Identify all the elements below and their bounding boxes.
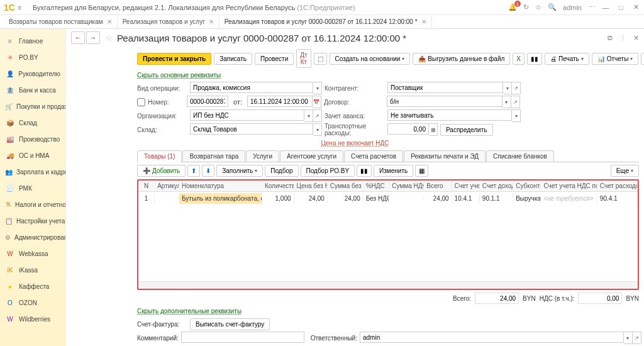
- structure-button[interactable]: ⬚: [314, 53, 327, 65]
- resp-field[interactable]: [360, 332, 624, 343]
- column-header[interactable]: Номенклатура: [179, 181, 262, 191]
- vid-op-field[interactable]: [190, 82, 313, 93]
- org-open[interactable]: ↗: [313, 109, 322, 122]
- sklad-field[interactable]: [190, 123, 313, 135]
- move-up-button[interactable]: ⬆: [187, 165, 200, 177]
- detail-tab[interactable]: Услуги: [246, 150, 279, 162]
- sidebar-item[interactable]: 🧾РМК: [0, 180, 65, 196]
- sidebar-item[interactable]: ✳PO.BY: [0, 49, 65, 65]
- change-button[interactable]: Изменить: [374, 165, 413, 177]
- reports-button[interactable]: 📊 Отчеты▾: [592, 53, 639, 65]
- table-extra-button[interactable]: ▦: [415, 165, 428, 177]
- write-button[interactable]: Записать: [214, 53, 252, 65]
- table-row[interactable]: 1Бутыль из поликарбоната, емкость 18,9л1…: [138, 192, 638, 204]
- sidebar-item[interactable]: OOZON: [0, 294, 65, 311]
- dogovor-dropdown[interactable]: ▾: [502, 96, 511, 108]
- post-and-close-button[interactable]: Провести и закрыть: [137, 53, 211, 65]
- column-header[interactable]: Количество: [262, 181, 294, 191]
- sidebar-item[interactable]: WWebkassa: [0, 245, 65, 262]
- barcode2-button[interactable]: ▮▮: [357, 165, 372, 177]
- column-header[interactable]: Сумма без НДС: [328, 181, 364, 191]
- sidebar-item[interactable]: 🚚ОС и НМА: [0, 147, 65, 164]
- comment-field[interactable]: [181, 332, 304, 343]
- org-field[interactable]: [190, 109, 304, 121]
- sidebar-item[interactable]: 👥Зарплата и кадры: [0, 164, 65, 180]
- date-field[interactable]: [247, 96, 313, 107]
- trans-calc[interactable]: ▦: [429, 123, 438, 136]
- sklad-dropdown[interactable]: ▾: [313, 123, 322, 136]
- main-menu-icon[interactable]: ≡: [18, 4, 28, 11]
- back-button[interactable]: ←: [71, 31, 85, 44]
- user-label[interactable]: admin: [563, 4, 582, 11]
- sidebar-item[interactable]: 📋Настройки учета: [0, 213, 65, 229]
- kontr-open[interactable]: ↗: [512, 82, 521, 94]
- detail-tab[interactable]: Реквизиты печати и ЭД: [404, 150, 486, 162]
- move-down-button[interactable]: ⬇: [202, 165, 214, 177]
- print-button[interactable]: 🖨 Печать▾: [545, 53, 589, 65]
- dt-kt-button[interactable]: ДтКт: [296, 49, 311, 68]
- sidebar-item[interactable]: 📦Склад: [0, 114, 65, 131]
- detail-tab[interactable]: Счета расчетов: [344, 150, 403, 162]
- detail-tab[interactable]: Товары (1): [137, 150, 182, 162]
- fill-button[interactable]: Заполнить▾: [216, 165, 263, 177]
- column-header[interactable]: Артикул: [155, 181, 179, 191]
- window-tab[interactable]: Реализация товаров и услуг✕: [118, 15, 219, 28]
- excel-button[interactable]: X: [513, 53, 525, 65]
- tab-close-icon[interactable]: ✕: [107, 18, 112, 25]
- dogovor-field[interactable]: [387, 96, 502, 107]
- column-header[interactable]: Субконто: [513, 181, 541, 191]
- files-cloud-button[interactable]: 📎 Файлы в облаке: [641, 53, 644, 65]
- create-based-button[interactable]: Создать на основании▾: [330, 53, 411, 65]
- column-header[interactable]: Всего: [424, 181, 452, 191]
- nds-mode-link[interactable]: Цена не включает НДС: [321, 140, 389, 147]
- minimize-icon[interactable]: —: [601, 4, 610, 11]
- sidebar-item[interactable]: 🏭Производство: [0, 131, 65, 147]
- horizontal-scrollbar[interactable]: [138, 281, 638, 289]
- detail-tab[interactable]: Списание бланков: [486, 150, 554, 162]
- trans-field[interactable]: [387, 123, 429, 135]
- export-file-button[interactable]: 📤 Выгрузить данные в файл: [413, 53, 510, 65]
- sidebar-item[interactable]: 👤Руководителю: [0, 65, 65, 82]
- sidebar-item[interactable]: ％Налоги и отчетность: [0, 196, 65, 213]
- maximize-icon[interactable]: □: [616, 4, 625, 11]
- column-header[interactable]: Счет доходов: [480, 181, 513, 191]
- sidebar-item[interactable]: ●Каффеста: [0, 278, 65, 294]
- number-field[interactable]: [187, 96, 228, 107]
- post-button[interactable]: Провести: [255, 53, 294, 65]
- resp-open[interactable]: ↗: [633, 332, 641, 344]
- column-header[interactable]: N: [138, 181, 155, 191]
- podbor-poby-button[interactable]: Подбор PO.BY: [301, 165, 355, 177]
- settings-icon[interactable]: ⋯: [588, 3, 595, 11]
- table-more-button[interactable]: Еще▾: [611, 165, 639, 177]
- kontr-field[interactable]: [387, 82, 503, 93]
- column-header[interactable]: Счет учета: [452, 181, 480, 191]
- window-tab[interactable]: Возвраты товаров поставщикам✕: [4, 15, 118, 28]
- favorite-icon[interactable]: ☆: [535, 3, 541, 11]
- search-icon[interactable]: 🔍: [548, 3, 557, 11]
- doc-close-icon[interactable]: ✕: [633, 34, 639, 42]
- goods-table[interactable]: NАртикулНоменклатураКоличествоЦена без Н…: [137, 179, 639, 290]
- column-header[interactable]: %НДС: [364, 181, 390, 191]
- column-header[interactable]: Сумма НДС: [389, 181, 424, 191]
- bell-icon[interactable]: 🔔: [508, 3, 517, 11]
- vid-op-dropdown[interactable]: ▾: [313, 82, 322, 94]
- number-manual-checkbox[interactable]: [137, 98, 145, 106]
- column-header[interactable]: Счет учета НДС по реализа...: [541, 181, 597, 191]
- sidebar-item[interactable]: 🛒Покупки и продажи: [0, 98, 65, 114]
- avans-dropdown[interactable]: ▾: [512, 109, 521, 122]
- column-header[interactable]: Счет расходов: [597, 181, 638, 191]
- sidebar-item[interactable]: WWildberries: [0, 311, 65, 327]
- close-icon[interactable]: ✕: [631, 3, 640, 11]
- hide-main-fields-link[interactable]: Скрыть основные реквизиты: [66, 70, 644, 80]
- tab-close-icon[interactable]: ✕: [421, 18, 426, 25]
- favorite-star-icon[interactable]: ☆: [105, 33, 113, 43]
- calendar-icon[interactable]: 📅: [313, 96, 321, 108]
- detail-tab[interactable]: Возвратная тара: [182, 150, 245, 162]
- sidebar-item[interactable]: iKiKassa: [0, 262, 65, 278]
- write-invoice-button[interactable]: Выписать счет-фактуру: [190, 318, 270, 330]
- tab-close-icon[interactable]: ✕: [209, 18, 214, 25]
- detach-icon[interactable]: ⧉: [608, 34, 613, 42]
- sidebar-item[interactable]: 🏦Банк и касса: [0, 82, 65, 98]
- raspredelit-button[interactable]: Распределить: [440, 124, 493, 136]
- window-tab[interactable]: Реализация товаров и услуг 0000-000287 о…: [219, 15, 432, 28]
